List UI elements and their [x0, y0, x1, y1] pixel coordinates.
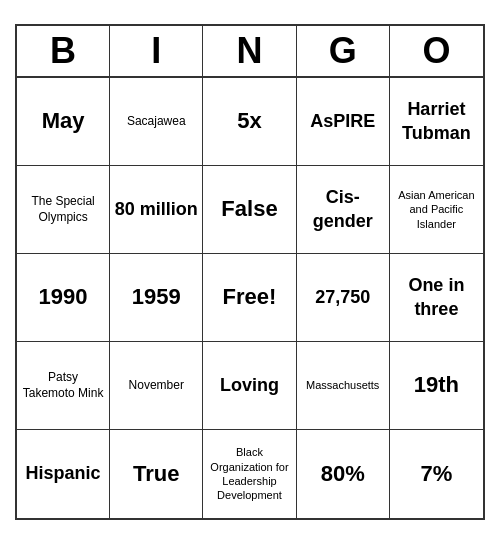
bingo-cell: 1959 — [110, 254, 203, 342]
bingo-cell: True — [110, 430, 203, 518]
bingo-cell: 19th — [390, 342, 483, 430]
bingo-cell: The Special Olympics — [17, 166, 110, 254]
bingo-cell: Free! — [203, 254, 296, 342]
bingo-cell: Black Organization for Leadership Develo… — [203, 430, 296, 518]
bingo-card: BINGO MaySacajawea5xAsPIREHarriet Tubman… — [15, 24, 485, 520]
bingo-cell: False — [203, 166, 296, 254]
bingo-cell: Hispanic — [17, 430, 110, 518]
bingo-cell: Sacajawea — [110, 78, 203, 166]
header-letter: G — [297, 26, 390, 76]
bingo-cell: 7% — [390, 430, 483, 518]
bingo-grid: MaySacajawea5xAsPIREHarriet TubmanThe Sp… — [17, 78, 483, 518]
header-letter: O — [390, 26, 483, 76]
header-letter: I — [110, 26, 203, 76]
bingo-cell: Loving — [203, 342, 296, 430]
bingo-cell: 80 million — [110, 166, 203, 254]
bingo-header: BINGO — [17, 26, 483, 78]
bingo-cell: Asian American and Pacific Islander — [390, 166, 483, 254]
bingo-cell: 80% — [297, 430, 390, 518]
bingo-cell: 27,750 — [297, 254, 390, 342]
bingo-cell: AsPIRE — [297, 78, 390, 166]
header-letter: B — [17, 26, 110, 76]
bingo-cell: 5x — [203, 78, 296, 166]
bingo-cell: November — [110, 342, 203, 430]
bingo-cell: May — [17, 78, 110, 166]
bingo-cell: One in three — [390, 254, 483, 342]
bingo-cell: Cis-gender — [297, 166, 390, 254]
bingo-cell: Massachusetts — [297, 342, 390, 430]
bingo-cell: Patsy Takemoto Mink — [17, 342, 110, 430]
header-letter: N — [203, 26, 296, 76]
bingo-cell: Harriet Tubman — [390, 78, 483, 166]
bingo-cell: 1990 — [17, 254, 110, 342]
